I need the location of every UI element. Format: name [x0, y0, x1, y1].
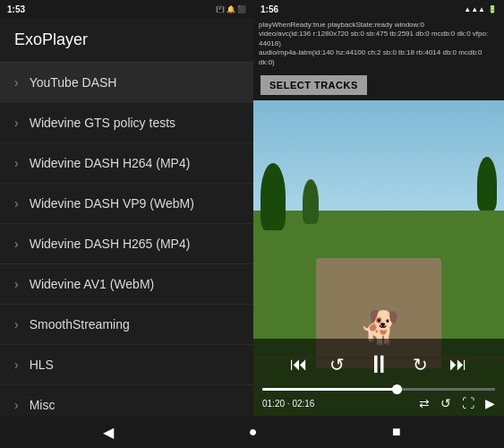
- drawer-item-label: Widevine DASH VP9 (WebM): [30, 196, 194, 211]
- recents-icon: ■: [392, 424, 401, 439]
- drawer-item-label: SmoothStreaming: [30, 317, 130, 332]
- video-tree-right: [477, 157, 497, 211]
- next-button[interactable]: ⏭: [446, 350, 471, 378]
- chevron-right-icon: ›: [14, 358, 19, 372]
- shuffle-icon[interactable]: ⇄: [419, 396, 430, 410]
- navigation-bar: ◀ ● ■: [0, 416, 504, 448]
- player-panel: playWhenReady:true playbackState:ready w…: [253, 18, 504, 416]
- current-time-value: 01:20: [262, 399, 285, 409]
- prev-button[interactable]: ⏮: [286, 350, 312, 378]
- status-signal-icon: ▲▲▲: [464, 5, 485, 13]
- debug-line1: playWhenReady:true playbackState:ready w…: [259, 21, 499, 30]
- navigation-drawer: ExoPlayer › YouTube DASH › Widevine GTS …: [0, 18, 253, 416]
- debug-line3: audio/mp4a-latm(id:140 hz:44100 ch:2 sb:…: [259, 48, 499, 67]
- progress-bar[interactable]: [262, 388, 495, 391]
- status-battery-icon: 🔋: [488, 5, 497, 13]
- drawer-item-label: Widevine AV1 (WebM): [30, 277, 155, 291]
- drawer-item-label: Misc: [30, 398, 56, 412]
- recents-button[interactable]: ■: [385, 420, 408, 444]
- chevron-right-icon: ›: [14, 277, 19, 291]
- drawer-item-widevine-vp9[interactable]: › Widevine DASH VP9 (WebM): [0, 184, 253, 224]
- video-tree-mid: [303, 179, 319, 224]
- home-icon: ●: [249, 424, 258, 439]
- drawer-item-widevine-av1[interactable]: › Widevine AV1 (WebM): [0, 264, 253, 305]
- bottom-icons: ⇄ ↺ ⛶ ▶: [419, 396, 495, 410]
- drawer-list: › YouTube DASH › Widevine GTS policy tes…: [0, 63, 253, 416]
- status-time-right: 1:56: [261, 4, 278, 14]
- drawer-item-label: Widevine DASH H264 (MP4): [30, 156, 191, 170]
- drawer-item-widevine-h264[interactable]: › Widevine DASH H264 (MP4): [0, 143, 253, 184]
- rewind-icon: ↺: [329, 354, 345, 375]
- video-sky: [253, 100, 504, 211]
- total-time-value: 02:16: [292, 399, 314, 409]
- repeat-icon[interactable]: ↺: [440, 396, 451, 410]
- rewind-button[interactable]: ↺: [326, 350, 348, 379]
- drawer-item-label: HLS: [30, 358, 54, 372]
- video-tree-left: [261, 163, 286, 230]
- debug-line2: video/avc(id:136 r:1280x720 sb:0 sb:475 …: [259, 30, 499, 48]
- play-pause-button[interactable]: ⏸: [363, 346, 395, 383]
- chevron-down-icon: ›: [14, 75, 19, 90]
- status-icons-left: 📳 🔔 ⬛: [216, 5, 246, 13]
- chevron-right-icon: ›: [14, 398, 19, 412]
- fullscreen-icon[interactable]: ⛶: [462, 396, 474, 410]
- next-icon: ⏭: [449, 354, 467, 375]
- video-area: 🐕 ⏮ ↺ ⏸ ↻: [253, 100, 504, 416]
- status-time-left: 1:53: [7, 4, 25, 14]
- back-icon: ◀: [103, 425, 114, 440]
- drawer-item-smoothstreaming[interactable]: › SmoothStreaming: [0, 305, 253, 345]
- time-row: 01:20 · 02:16 ⇄ ↺ ⛶ ▶: [262, 394, 495, 412]
- back-button[interactable]: ◀: [96, 420, 121, 444]
- home-button[interactable]: ●: [242, 420, 265, 444]
- drawer-header: ExoPlayer: [0, 18, 253, 63]
- progress-fill: [262, 388, 397, 391]
- progress-thumb: [392, 384, 402, 394]
- chevron-right-icon: ›: [14, 196, 19, 211]
- drawer-item-widevine-h265[interactable]: › Widevine DASH H265 (MP4): [0, 224, 253, 264]
- chevron-right-icon: ›: [14, 156, 19, 170]
- drawer-item-label: YouTube DASH: [30, 75, 117, 90]
- drawer-item-misc[interactable]: › Misc: [0, 385, 253, 416]
- playback-controls: ⏮ ↺ ⏸ ↻ ⏭: [253, 339, 504, 416]
- chevron-right-icon: ›: [14, 237, 19, 251]
- forward-icon: ↻: [413, 354, 428, 375]
- select-tracks-button[interactable]: SELECT TRACKS: [261, 75, 367, 95]
- drawer-item-label: Widevine DASH H265 (MP4): [30, 237, 191, 251]
- app-title: ExoPlayer: [14, 30, 88, 48]
- select-tracks-bar: SELECT TRACKS: [253, 70, 504, 100]
- drawer-item-youtube-dash[interactable]: › YouTube DASH: [0, 63, 253, 103]
- current-time: 01:20 · 02:16: [262, 399, 314, 409]
- more-icon[interactable]: ▶: [485, 396, 495, 410]
- drawer-item-label: Widevine GTS policy tests: [30, 116, 175, 130]
- drawer-item-widevine-gts[interactable]: › Widevine GTS policy tests: [0, 103, 253, 143]
- play-pause-icon: ⏸: [366, 349, 391, 379]
- controls-row: ⏮ ↺ ⏸ ↻ ⏭: [262, 346, 495, 383]
- chevron-right-icon: ›: [14, 317, 19, 332]
- prev-icon: ⏮: [290, 354, 308, 375]
- debug-info: playWhenReady:true playbackState:ready w…: [253, 18, 504, 70]
- chevron-right-icon: ›: [14, 116, 19, 130]
- drawer-item-hls[interactable]: › HLS: [0, 345, 253, 385]
- forward-button[interactable]: ↻: [409, 350, 431, 379]
